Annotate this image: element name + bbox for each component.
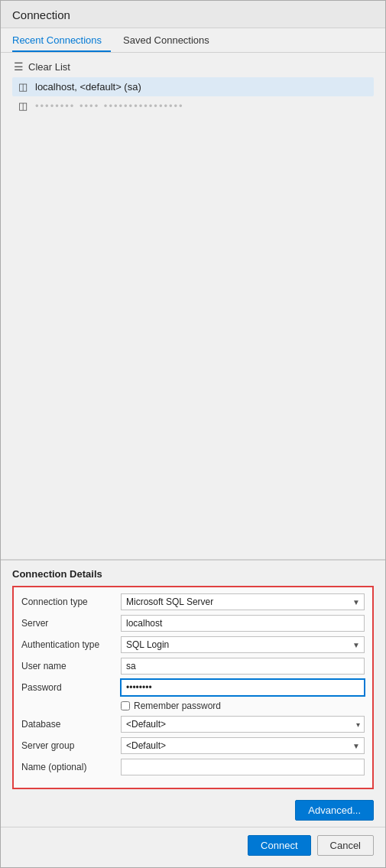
- name-optional-control: [121, 759, 365, 775]
- server-label: Server: [21, 618, 121, 629]
- details-form: Connection type Microsoft SQL Server Pos…: [12, 586, 374, 789]
- database-control: <Default> ▾: [121, 716, 365, 733]
- password-input[interactable]: [121, 679, 365, 696]
- username-input[interactable]: [121, 658, 365, 675]
- connect-button[interactable]: Connect: [248, 835, 310, 856]
- tab-recent-connections[interactable]: Recent Connections: [12, 28, 111, 52]
- username-label: User name: [21, 661, 121, 671]
- password-label: Password: [21, 682, 121, 693]
- bottom-buttons: Connect Cancel: [1, 827, 385, 867]
- connection-type-select[interactable]: Microsoft SQL Server PostgreSQL MySQL: [121, 593, 365, 610]
- server-control: [121, 615, 365, 632]
- server-group-label: Server group: [21, 740, 121, 751]
- auth-type-select[interactable]: SQL Login Windows Authentication Azure A…: [121, 636, 365, 653]
- username-row: User name: [21, 658, 365, 675]
- name-optional-row: Name (optional): [21, 759, 365, 775]
- password-row: Password: [21, 679, 365, 696]
- connection-icon-1: ◫: [17, 81, 29, 93]
- connection-icon-2: ◫: [17, 100, 29, 112]
- remember-password-label: Remember password: [134, 701, 221, 711]
- recent-connection-item-2[interactable]: ◫ •••••••• •••• ••••••••••••••••: [12, 96, 374, 115]
- database-select[interactable]: <Default>: [121, 716, 365, 733]
- section-title: Connection Details: [12, 568, 374, 580]
- clear-list-icon: ☰: [14, 60, 24, 73]
- server-group-control: <Default> ▼: [121, 737, 365, 754]
- recent-list-area: ☰ Clear List ◫ localhost, <default> (sa)…: [1, 53, 385, 559]
- remember-password-row: Remember password: [121, 701, 365, 711]
- username-control: [121, 658, 365, 675]
- server-group-select[interactable]: <Default>: [121, 737, 365, 754]
- clear-list-button[interactable]: ☰ Clear List: [12, 57, 374, 76]
- auth-type-row: Authentication type SQL Login Windows Au…: [21, 636, 365, 653]
- connection-details-section: Connection Details Connection type Micro…: [1, 559, 385, 795]
- remember-password-checkbox[interactable]: [121, 701, 130, 710]
- server-group-row: Server group <Default> ▼: [21, 737, 365, 754]
- name-optional-input[interactable]: [121, 759, 365, 775]
- cancel-button[interactable]: Cancel: [317, 835, 374, 856]
- connection-label-2: •••••••• •••• ••••••••••••••••: [35, 100, 184, 112]
- window-title: Connection: [1, 1, 385, 28]
- connection-type-control: Microsoft SQL Server PostgreSQL MySQL ▼: [121, 593, 365, 610]
- database-row: Database <Default> ▾: [21, 716, 365, 733]
- tab-saved-connections[interactable]: Saved Connections: [123, 28, 219, 52]
- advanced-button-row: Advanced...: [1, 795, 385, 827]
- tabs-bar: Recent Connections Saved Connections: [1, 28, 385, 53]
- connection-window: Connection Recent Connections Saved Conn…: [0, 0, 386, 868]
- clear-list-label: Clear List: [28, 61, 70, 73]
- server-row: Server: [21, 615, 365, 632]
- password-control: [121, 679, 365, 696]
- database-label: Database: [21, 719, 121, 730]
- auth-type-label: Authentication type: [21, 639, 121, 650]
- auth-type-control: SQL Login Windows Authentication Azure A…: [121, 636, 365, 653]
- connection-type-row: Connection type Microsoft SQL Server Pos…: [21, 593, 365, 610]
- advanced-button[interactable]: Advanced...: [295, 800, 374, 821]
- connection-label-1: localhost, <default> (sa): [35, 81, 141, 93]
- recent-connection-item-1[interactable]: ◫ localhost, <default> (sa): [12, 77, 374, 96]
- name-optional-label: Name (optional): [21, 762, 121, 772]
- connection-type-label: Connection type: [21, 597, 121, 607]
- server-input[interactable]: [121, 615, 365, 632]
